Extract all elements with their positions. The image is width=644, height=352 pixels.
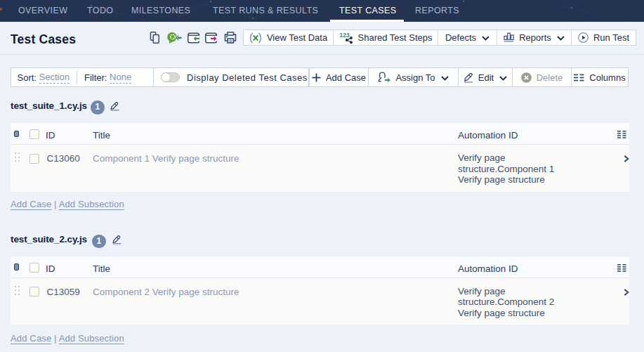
- svg-text:123: 123: [339, 32, 349, 39]
